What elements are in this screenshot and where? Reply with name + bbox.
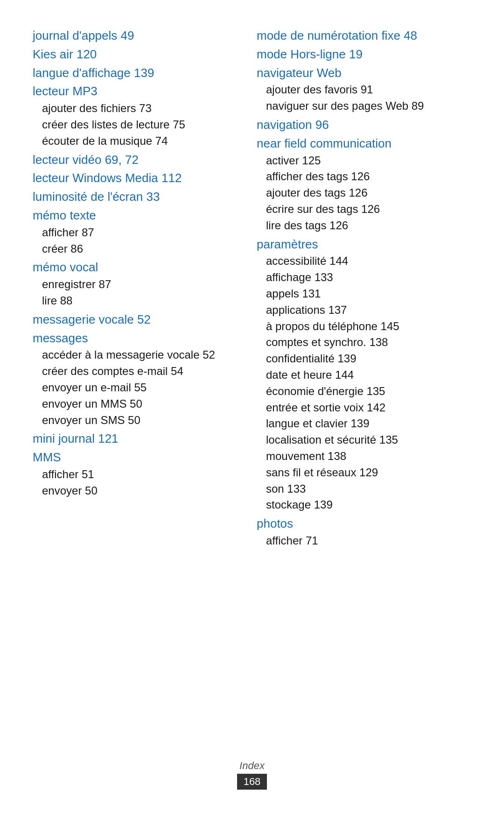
sub-entry-4: à propos du téléphone 145 [266, 318, 471, 335]
sub-entry-0: afficher 51 [42, 467, 238, 483]
entry-heading-lecteur-windows-media: lecteur Windows Media 112 [33, 170, 238, 186]
sub-entry-2: ajouter des tags 126 [266, 185, 471, 201]
index-columns: journal d'appels 49Kies air 120langue d'… [33, 28, 471, 732]
entry-heading-memo-texte: mémo texte [33, 208, 238, 224]
entry-heading-messages: messages [33, 331, 238, 346]
index-entry-messages: messagesaccéder à la messagerie vocale 5… [33, 331, 238, 429]
sub-entry-0: afficher 87 [42, 225, 238, 241]
index-entry-near-field-communication: near field communicationactiver 125affic… [257, 136, 471, 234]
sub-entry-2: appels 131 [266, 286, 471, 302]
sub-entry-5: comptes et synchro. 138 [266, 334, 471, 351]
sub-entry-3: applications 137 [266, 302, 471, 318]
index-entry-mini-journal: mini journal 121 [33, 431, 238, 447]
sub-entry-1: envoyer 50 [42, 483, 238, 499]
entry-heading-kies-air: Kies air 120 [33, 47, 238, 63]
entry-heading-lecteur-mp3: lecteur MP3 [33, 84, 238, 99]
index-entry-memo-texte: mémo texteafficher 87créer 86 [33, 208, 238, 257]
page: journal d'appels 49Kies air 120langue d'… [0, 0, 504, 827]
sub-entry-1: affichage 133 [266, 269, 471, 286]
sub-entry-6: confidentialité 139 [266, 351, 471, 367]
sub-entry-0: enregistrer 87 [42, 276, 238, 293]
footer-label: Index [33, 760, 471, 772]
sub-entry-1: créer des comptes e-mail 54 [42, 363, 238, 380]
index-entry-parametres: paramètresaccessibilité 144affichage 133… [257, 237, 471, 514]
index-entry-lecteur-windows-media: lecteur Windows Media 112 [33, 170, 238, 186]
right-column: mode de numérotation fixe 48mode Hors-li… [252, 28, 471, 732]
sub-entries-parametres: accessibilité 144affichage 133appels 131… [266, 253, 471, 513]
sub-entry-1: naviguer sur des pages Web 89 [266, 98, 471, 114]
index-entry-messagerie-vocale: messagerie vocale 52 [33, 312, 238, 328]
index-entry-mode-numerotation-fixe: mode de numérotation fixe 48 [257, 28, 471, 44]
entry-heading-parametres: paramètres [257, 237, 471, 253]
sub-entry-0: ajouter des favoris 91 [266, 82, 471, 98]
entry-heading-photos: photos [257, 516, 471, 532]
footer: Index 168 [33, 750, 471, 790]
entry-heading-mode-numerotation-fixe: mode de numérotation fixe 48 [257, 28, 471, 44]
sub-entries-lecteur-mp3: ajouter des fichiers 73créer des listes … [42, 100, 238, 149]
index-entry-journal-appels: journal d'appels 49 [33, 28, 238, 44]
entry-heading-journal-appels: journal d'appels 49 [33, 28, 238, 44]
sub-entry-0: ajouter des fichiers 73 [42, 100, 238, 117]
entry-heading-langue-affichage: langue d'affichage 139 [33, 65, 238, 81]
sub-entry-0: afficher 71 [266, 533, 471, 549]
entry-heading-luminosite-ecran: luminosité de l'écran 33 [33, 189, 238, 205]
sub-entry-1: lire 88 [42, 293, 238, 309]
sub-entries-navigateur-web: ajouter des favoris 91naviguer sur des p… [266, 82, 471, 114]
sub-entry-0: accéder à la messagerie vocale 52 [42, 347, 238, 363]
sub-entry-2: envoyer un e-mail 55 [42, 380, 238, 396]
sub-entry-1: créer des listes de lecture 75 [42, 117, 238, 133]
sub-entry-4: lire des tags 126 [266, 218, 471, 234]
index-entry-kies-air: Kies air 120 [33, 47, 238, 63]
entry-heading-navigation: navigation 96 [257, 117, 471, 133]
sub-entry-2: écouter de la musique 74 [42, 133, 238, 149]
entry-heading-near-field-communication: near field communication [257, 136, 471, 152]
index-entry-mms: MMSafficher 51envoyer 50 [33, 450, 238, 499]
left-column: journal d'appels 49Kies air 120langue d'… [33, 28, 252, 732]
sub-entries-memo-texte: afficher 87créer 86 [42, 225, 238, 257]
entry-heading-mini-journal: mini journal 121 [33, 431, 238, 447]
sub-entries-photos: afficher 71 [266, 533, 471, 549]
sub-entry-3: envoyer un MMS 50 [42, 396, 238, 412]
footer-page: 168 [237, 774, 267, 790]
index-entry-lecteur-video: lecteur vidéo 69, 72 [33, 152, 238, 168]
index-entry-memo-vocal: mémo vocalenregistrer 87lire 88 [33, 260, 238, 309]
sub-entries-memo-vocal: enregistrer 87lire 88 [42, 276, 238, 309]
sub-entry-14: son 133 [266, 481, 471, 497]
sub-entry-9: entrée et sortie voix 142 [266, 400, 471, 416]
sub-entry-3: écrire sur des tags 126 [266, 201, 471, 218]
index-entry-langue-affichage: langue d'affichage 139 [33, 65, 238, 81]
entry-heading-messagerie-vocale: messagerie vocale 52 [33, 312, 238, 328]
index-entry-navigateur-web: navigateur Webajouter des favoris 91navi… [257, 65, 471, 114]
sub-entry-10: langue et clavier 139 [266, 416, 471, 432]
entry-heading-memo-vocal: mémo vocal [33, 260, 238, 276]
entry-heading-mms: MMS [33, 450, 238, 466]
entry-heading-lecteur-video: lecteur vidéo 69, 72 [33, 152, 238, 168]
sub-entry-4: envoyer un SMS 50 [42, 412, 238, 429]
sub-entry-0: accessibilité 144 [266, 253, 471, 269]
sub-entry-12: mouvement 138 [266, 448, 471, 465]
index-entry-lecteur-mp3: lecteur MP3ajouter des fichiers 73créer … [33, 84, 238, 149]
index-entry-navigation: navigation 96 [257, 117, 471, 133]
index-entry-mode-hors-ligne: mode Hors-ligne 19 [257, 47, 471, 63]
sub-entries-messages: accéder à la messagerie vocale 52créer d… [42, 347, 238, 428]
sub-entry-7: date et heure 144 [266, 367, 471, 383]
sub-entries-mms: afficher 51envoyer 50 [42, 467, 238, 499]
index-entry-luminosite-ecran: luminosité de l'écran 33 [33, 189, 238, 205]
index-entry-photos: photosafficher 71 [257, 516, 471, 549]
sub-entries-near-field-communication: activer 125afficher des tags 126ajouter … [266, 153, 471, 234]
sub-entry-0: activer 125 [266, 153, 471, 169]
sub-entry-11: localisation et sécurité 135 [266, 432, 471, 448]
sub-entry-1: afficher des tags 126 [266, 169, 471, 185]
sub-entry-15: stockage 139 [266, 497, 471, 513]
entry-heading-navigateur-web: navigateur Web [257, 65, 471, 81]
sub-entry-13: sans fil et réseaux 129 [266, 465, 471, 481]
sub-entry-1: créer 86 [42, 241, 238, 257]
entry-heading-mode-hors-ligne: mode Hors-ligne 19 [257, 47, 471, 63]
sub-entry-8: économie d'énergie 135 [266, 383, 471, 400]
